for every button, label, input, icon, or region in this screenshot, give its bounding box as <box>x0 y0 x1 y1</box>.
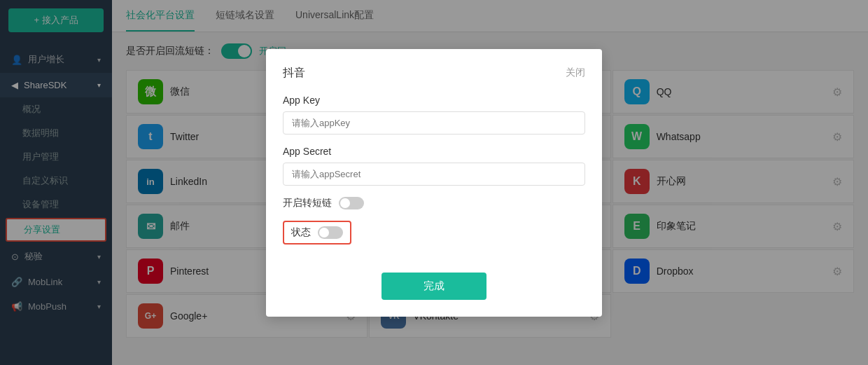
chain-toggle-knob <box>340 198 350 208</box>
modal-app-secret-field: App Secret <box>283 146 585 186</box>
modal-app-key-field: App Key <box>283 95 585 135</box>
modal-douyin: 抖音 关闭 App Key App Secret 开启转短链 状态 <box>266 49 602 317</box>
modal-header: 抖音 关闭 <box>283 66 585 81</box>
modal-title: 抖音 <box>283 66 305 81</box>
complete-button[interactable]: 完成 <box>382 273 486 300</box>
modal-chain-toggle-row: 开启转短链 <box>283 197 585 209</box>
modal-close-button[interactable]: 关闭 <box>566 67 585 79</box>
modal-app-key-label: App Key <box>283 95 585 106</box>
status-row: 状态 <box>283 221 351 245</box>
modal-app-secret-input[interactable] <box>283 163 585 186</box>
status-toggle-knob <box>319 228 329 237</box>
status-toggle[interactable] <box>318 226 343 239</box>
modal-overlay[interactable]: 抖音 关闭 App Key App Secret 开启转短链 状态 <box>0 0 868 365</box>
chain-toggle[interactable] <box>339 197 364 209</box>
modal-app-key-input[interactable] <box>283 111 585 135</box>
modal-chain-toggle-label: 开启转短链 <box>283 197 332 209</box>
status-row-container: 状态 <box>283 221 585 259</box>
modal-footer: 完成 <box>283 273 585 300</box>
modal-app-secret-label: App Secret <box>283 146 585 157</box>
status-label: 状态 <box>291 226 311 239</box>
